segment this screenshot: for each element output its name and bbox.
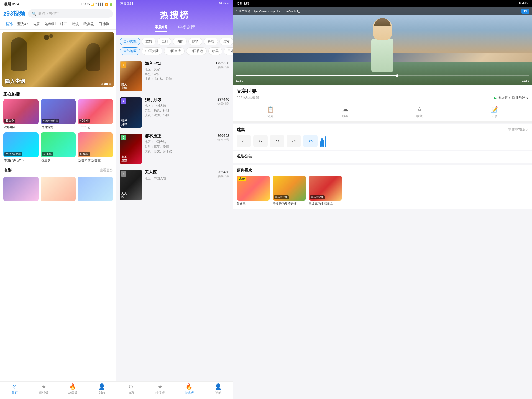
nav-rank-1[interactable]: ★ 排行榜: [29, 383, 58, 395]
hero-banner[interactable]: 隐入尘烟: [2, 32, 114, 87]
nav-home-1[interactable]: ⊙ 首页: [0, 383, 29, 395]
progress-bar[interactable]: [233, 75, 532, 76]
p3-status-bar: 凌晨 3:56 6.7M/s: [233, 0, 532, 7]
hot-item-2[interactable]: 2 独行月球 独行月球 地区：中国大陆 类型：搞笑、科幻 演员：沈腾、马丽 27…: [120, 94, 229, 131]
video-source[interactable]: ▶ 播放源： 腾播线路 ▾: [494, 96, 528, 100]
ep-75[interactable]: 75: [303, 135, 318, 147]
nav-tab-variety[interactable]: 综艺: [58, 21, 70, 28]
hot-poster-4: 4 无人区: [120, 170, 142, 200]
filter-all-type[interactable]: 全部类型: [120, 38, 140, 45]
video-info: 完美世界 2021/内地/动漫 ▶ 播放源： 腾播线路 ▾: [233, 85, 532, 102]
ep-71[interactable]: 71: [237, 135, 251, 147]
hot-list: 1 隐入尘烟 隐入尘烟 地区：其它 类型：农村 演员：武仁林、海清 172250…: [116, 57, 233, 381]
movie-more[interactable]: 查看更多: [100, 168, 113, 173]
video-card-4[interactable]: 2022-08-05期 中国好声音202: [3, 132, 39, 162]
filter-all-region[interactable]: 全部地区: [120, 47, 140, 55]
filter-western-r[interactable]: 欧美: [208, 47, 222, 55]
back-button[interactable]: ‹: [236, 9, 237, 14]
hot-item-4[interactable]: 4 无人区 无人区 地区：中国大陆 252456 热搜指数: [120, 167, 229, 203]
p2-mine-icon: 👤: [215, 383, 222, 390]
p2-nav-label-mine: 我的: [215, 390, 221, 395]
filter-japan[interactable]: 日本: [224, 47, 233, 55]
p2-hot-icon: 🔥: [186, 383, 193, 390]
video-card-1[interactable]: 33集全 欢乐颂3: [3, 99, 39, 129]
video-card-6[interactable]: 59集全 沉香如屑·沉香重: [78, 132, 113, 162]
filter-taiwan[interactable]: 中国台湾: [164, 47, 185, 55]
episodes-more[interactable]: 更新至75集 >: [508, 127, 528, 132]
progress-track: [236, 75, 529, 76]
p2-nav-hot[interactable]: 🔥 热搜榜: [175, 383, 204, 395]
movie-card-3[interactable]: [78, 177, 113, 201]
source-url: 播放来源:https://www.evopdtlnm.com/vod/id_..…: [239, 9, 520, 13]
nav-tab-korean[interactable]: 日韩剧: [96, 21, 112, 28]
movie-thumb-1: [3, 177, 39, 201]
nav-tab-western[interactable]: 欧美剧: [81, 21, 96, 28]
rec-card-1[interactable]: 高清 美猴王: [237, 176, 270, 206]
title-5: 苍兰诀: [41, 157, 76, 162]
nav-tab-bluray[interactable]: 蓝光4K: [15, 21, 31, 28]
cache-label: 缓存: [342, 114, 348, 118]
filter-hk[interactable]: 中国香港: [186, 47, 207, 55]
nav-mine-1[interactable]: 👤 我的: [87, 383, 116, 395]
p2-nav-home[interactable]: ⊙ 首页: [116, 383, 145, 395]
p2-tab-tv[interactable]: 电视剧榜: [178, 25, 195, 32]
action-intro[interactable]: 📋 简介: [267, 106, 274, 118]
nav-tab-movie[interactable]: 电影: [31, 21, 43, 28]
fullscreen-button[interactable]: ⛶: [525, 78, 529, 83]
hero-dot-2: [104, 83, 108, 85]
search-bar[interactable]: 🔍 请输入关键字: [28, 9, 113, 18]
hot-item-1[interactable]: 1 隐入尘烟 隐入尘烟 地区：其它 类型：农村 演员：武仁林、海清 172250…: [120, 58, 229, 94]
app-header: z93视频 🔍 请输入关键字: [0, 8, 116, 19]
nav-hot-1[interactable]: 🔥 热搜榜: [58, 383, 87, 395]
ep-72[interactable]: 72: [253, 135, 268, 147]
tv-icon[interactable]: TV: [521, 9, 529, 14]
video-grid-hot-2: 2022-08-05期 中国好声音202 全36集 苍兰诀 59集全 沉香如屑·…: [0, 131, 116, 163]
rec-card-3[interactable]: 更新至56集 王蓝莓的生活日常: [309, 176, 342, 206]
badge-6: 59集全: [79, 152, 90, 156]
action-feedback[interactable]: 📝 反馈: [490, 106, 498, 118]
video-card-2[interactable]: 更新至大结局 月升沧海: [41, 99, 76, 129]
mine-icon-1: 👤: [98, 383, 105, 390]
ep-73[interactable]: 73: [270, 135, 284, 147]
hot-actors-2: 演员：沈腾、马丽: [145, 113, 207, 117]
p2-tabs: 电影榜 电视剧榜: [116, 25, 233, 35]
ep-bar-1: [320, 141, 321, 147]
ep-74[interactable]: 74: [287, 135, 301, 147]
p2-title: 热搜榜: [116, 7, 233, 25]
filter-romance[interactable]: 爱情: [142, 38, 156, 45]
p2-nav-rank[interactable]: ★ 排行榜: [145, 383, 175, 395]
bottom-nav-1: ⊙ 首页 ★ 排行榜 🔥 热搜榜 👤 我的: [0, 381, 116, 399]
hot-info-1: 隐入尘烟 地区：其它 类型：农村 演员：武仁林、海清: [145, 61, 207, 91]
nav-label-rank-1: 排行榜: [39, 390, 48, 395]
action-favorite[interactable]: ☆ 收藏: [416, 106, 423, 118]
nav-tab-anime[interactable]: 动漫: [70, 21, 81, 28]
episodes-header: 选集 更新至75集 >: [237, 127, 528, 132]
status-bar-1: 凌晨 3:54 17.8K/s 🌙 ⏱ ▌▌▌ 📶 🔋: [0, 0, 116, 8]
movie-card-1[interactable]: [3, 177, 39, 201]
movie-card-2[interactable]: [41, 177, 76, 201]
video-player[interactable]: ‹ 播放来源:https://www.evopdtlnm.com/vod/id_…: [233, 7, 532, 85]
nav-tab-series[interactable]: 连续剧: [43, 21, 58, 28]
hot-score-col-1: 1722506 热搜指数: [210, 61, 229, 91]
p2-time: 凌晨 3:54: [120, 2, 133, 6]
filter-scifi[interactable]: 科幻: [204, 38, 218, 45]
progress-fill: [236, 75, 397, 76]
video-card-5[interactable]: 全36集 苍兰诀: [41, 132, 76, 162]
action-cache[interactable]: ☁ 缓存: [342, 106, 348, 118]
filter-mainland[interactable]: 中国大陆: [142, 47, 162, 55]
filter-horror[interactable]: 恐怖: [219, 38, 233, 45]
hot-name-1: 隐入尘烟: [145, 61, 207, 66]
rec-card-2[interactable]: 更新至24集 语漫天的星座趣事: [273, 176, 306, 206]
filter-comedy[interactable]: 喜剧: [157, 38, 171, 45]
p2-tab-movie[interactable]: 电影榜: [155, 25, 167, 32]
filter-action[interactable]: 动作: [173, 38, 187, 45]
time-row: 11:50 21:32: [236, 79, 529, 82]
video-card-3[interactable]: 40集全 二十不惑2: [78, 99, 113, 129]
filter-drama[interactable]: 剧情: [188, 38, 202, 45]
p2-nav-mine[interactable]: 👤 我的: [204, 383, 233, 395]
nav-tab-jingxuan[interactable]: 精选: [3, 21, 15, 28]
hot-item-3[interactable]: 3 邪不压正 邪不压正 地区：中国大陆 类型：搞笑、爱情 演员：姜文、彭于晏 2…: [120, 131, 229, 167]
hot-name-4: 无人区: [145, 170, 207, 175]
type-filter-row: 全部类型 爱情 喜剧 动作 剧情 科幻 恐怖 动...: [116, 35, 233, 46]
nav-label-hot-1: 热搜榜: [68, 390, 77, 395]
